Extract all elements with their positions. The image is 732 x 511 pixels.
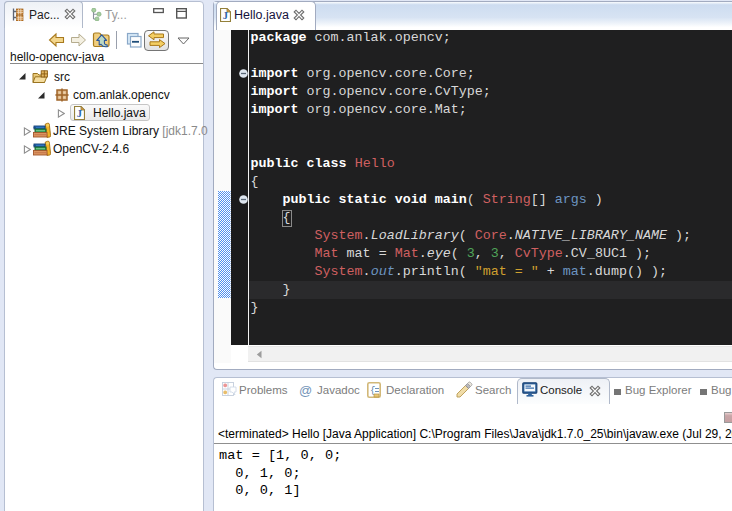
svg-text:J: J — [77, 108, 82, 119]
svg-text:J: J — [223, 10, 228, 21]
